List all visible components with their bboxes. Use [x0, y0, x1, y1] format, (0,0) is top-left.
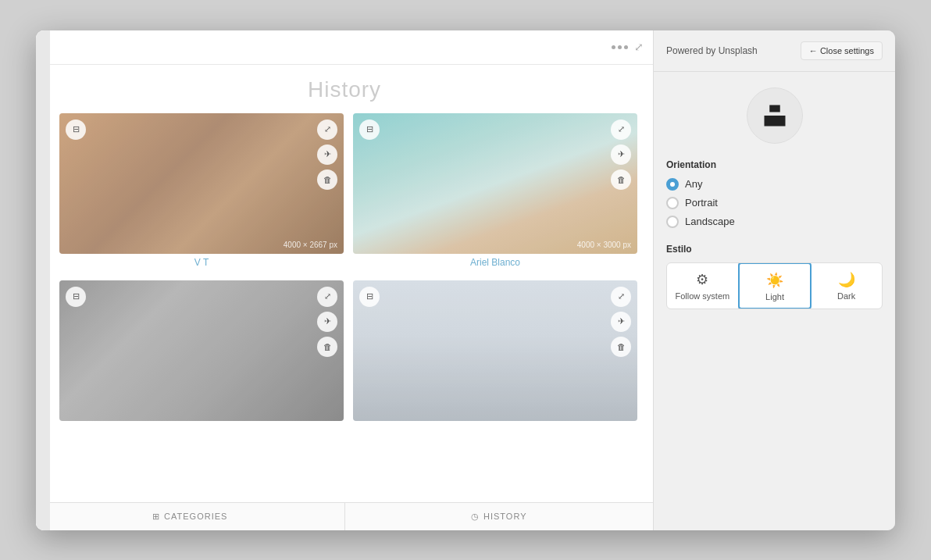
photo-card-1: ⊟ ⤢ ✈ 🗑 4000 × 2667 px V T: [59, 113, 344, 271]
photo-card-2: ⊟ ⤢ ✈ 🗑 4000 × 3000 px Ariel Blanco: [353, 113, 637, 271]
photo-image-1: ⊟ ⤢ ✈ 🗑 4000 × 2667 px: [59, 113, 344, 254]
orientation-landscape[interactable]: Landscape: [666, 216, 883, 228]
expand-btn-4[interactable]: ⤢: [611, 287, 631, 307]
dark-label: Dark: [837, 291, 855, 301]
photo-author-2[interactable]: Ariel Blanco: [353, 254, 637, 271]
action-btns-2: ⤢ ✈ 🗑: [611, 119, 631, 190]
photo-author-1[interactable]: V T: [59, 254, 344, 271]
style-light-button[interactable]: ☀️ Light: [738, 262, 812, 309]
radio-any: [666, 178, 679, 191]
orientation-any-label: Any: [685, 178, 702, 190]
delete-btn-3[interactable]: 🗑: [317, 337, 337, 357]
content-area: History ⊟ ⤢ ✈ 🗑 4000 × 2667 p: [36, 65, 653, 502]
photo-image-3: ⊟ ⤢ ✈ 🗑: [59, 280, 344, 421]
orientation-any[interactable]: Any: [666, 178, 883, 191]
orientation-section-label: Orientation: [666, 159, 883, 170]
share-btn-4[interactable]: ✈: [611, 312, 631, 332]
photo-grid: ⊟ ⤢ ✈ 🗑 4000 × 2667 px V T: [52, 113, 637, 421]
delete-btn-2[interactable]: 🗑: [611, 169, 631, 190]
dark-icon: 🌙: [838, 271, 855, 288]
top-bar: ⤢: [36, 30, 653, 65]
delete-btn-1[interactable]: 🗑: [317, 169, 337, 190]
settings-panel: Powered by Unsplash ← Close settings Ori…: [653, 30, 895, 530]
expand-icon[interactable]: ⤢: [634, 41, 644, 53]
more-options-icon[interactable]: [612, 45, 628, 49]
orientation-portrait-label: Portrait: [685, 197, 718, 209]
photo-card-4: ⊟ ⤢ ✈ 🗑: [353, 280, 637, 421]
expand-btn-2[interactable]: ⤢: [611, 119, 631, 140]
history-label: HISTORY: [483, 512, 527, 521]
share-btn-3[interactable]: ✈: [317, 312, 337, 332]
unsplash-logo: [747, 87, 803, 144]
svg-rect-0: [769, 105, 780, 112]
tab-history[interactable]: ◷ HISTORY: [345, 503, 654, 530]
follow-system-label: Follow system: [675, 291, 729, 301]
copy-btn-4: ⊟: [359, 287, 380, 307]
style-selector: ⚙ Follow system ☀️ Light 🌙 Dark: [666, 262, 883, 309]
categories-label: CATEGORIES: [164, 512, 227, 521]
copy-btn-2: ⊟: [359, 119, 380, 140]
delete-btn-4[interactable]: 🗑: [611, 337, 631, 357]
radio-portrait: [666, 197, 679, 209]
action-btns-1: ⤢ ✈ 🗑: [317, 119, 337, 190]
photo-image-2: ⊟ ⤢ ✈ 🗑 4000 × 3000 px: [353, 113, 637, 254]
photo-card-3: ⊟ ⤢ ✈ 🗑: [59, 280, 344, 421]
style-section-label: Estilo: [666, 244, 883, 255]
orientation-landscape-label: Landscape: [685, 216, 735, 227]
follow-system-icon: ⚙: [696, 271, 708, 288]
action-btns-4: ⤢ ✈ 🗑: [611, 287, 631, 357]
photo-dimensions-2: 4000 × 3000 px: [577, 241, 631, 249]
share-btn-1[interactable]: ✈: [317, 144, 337, 165]
bottom-nav: ⊞ CATEGORIES ◷ HISTORY: [36, 502, 653, 530]
svg-rect-1: [764, 116, 785, 127]
tab-categories[interactable]: ⊞ CATEGORIES: [36, 503, 345, 530]
copy-icon-1[interactable]: ⊟: [66, 119, 86, 140]
main-panel: ⤢ History ⊟ ⤢ ✈ 🗑: [36, 30, 653, 530]
app-window: ⤢ History ⊟ ⤢ ✈ 🗑: [36, 30, 895, 530]
action-btns-3: ⤢ ✈ 🗑: [317, 287, 337, 357]
copy-btn-1: ⊟: [66, 119, 86, 140]
light-label: Light: [765, 292, 784, 301]
powered-by-label: Powered by Unsplash: [666, 45, 758, 56]
photo-image-4: ⊟ ⤢ ✈ 🗑: [353, 280, 637, 421]
orientation-group: Any Portrait Landscape: [666, 178, 883, 228]
close-settings-button[interactable]: ← Close settings: [801, 41, 883, 60]
style-follow-system-button[interactable]: ⚙ Follow system: [667, 263, 739, 309]
expand-btn-3[interactable]: ⤢: [317, 287, 337, 307]
style-dark-button[interactable]: 🌙 Dark: [811, 263, 882, 309]
settings-header: Powered by Unsplash ← Close settings: [654, 30, 895, 72]
orientation-portrait[interactable]: Portrait: [666, 197, 883, 209]
copy-icon-4[interactable]: ⊟: [359, 287, 380, 307]
radio-landscape: [666, 216, 679, 228]
copy-icon-3[interactable]: ⊟: [66, 287, 86, 307]
page-title: History: [52, 65, 637, 113]
light-icon: ☀️: [766, 272, 783, 289]
photo-dimensions-1: 4000 × 2667 px: [284, 241, 337, 249]
copy-btn-3: ⊟: [66, 287, 86, 307]
share-btn-2[interactable]: ✈: [611, 144, 631, 165]
expand-btn-1[interactable]: ⤢: [317, 119, 337, 140]
copy-icon-2[interactable]: ⊟: [359, 119, 380, 140]
history-icon: ◷: [471, 512, 480, 522]
categories-icon: ⊞: [152, 512, 160, 522]
settings-body: Orientation Any Portrait Landscape: [654, 72, 895, 530]
